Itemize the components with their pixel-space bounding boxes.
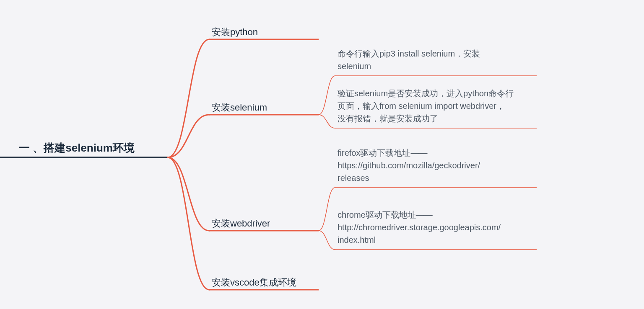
branch-to-leaf-connector: [319, 115, 335, 128]
branch-to-leaf-connector: [319, 76, 335, 115]
root-to-branch-connector: [168, 157, 209, 290]
branch-to-leaf-connector: [319, 231, 335, 250]
branch-label: 安装selenium: [212, 102, 267, 113]
root-to-branch-connector: [168, 39, 209, 157]
branch-label: 安装python: [212, 27, 258, 37]
leaf-node: 命令行输入pip3 install selenium，安装selenium: [338, 49, 480, 71]
mindmap-canvas: 一 、搭建selenium环境安装python安装selenium命令行输入pi…: [0, 0, 644, 309]
leaf-node: 验证selenium是否安装成功，进入python命令行页面，输入from se…: [338, 89, 514, 123]
branch-label: 安装webdriver: [212, 218, 270, 229]
root-node: 一 、搭建selenium环境: [19, 142, 135, 154]
branch-label: 安装vscode集成环境: [212, 277, 296, 288]
leaf-node: firefox驱动下载地址——https://github.com/mozill…: [338, 148, 480, 183]
leaf-node: chrome驱动下载地址——http://chromedriver.storag…: [338, 210, 501, 245]
branch-to-leaf-connector: [319, 188, 335, 231]
root-to-branch-connector: [168, 115, 209, 157]
